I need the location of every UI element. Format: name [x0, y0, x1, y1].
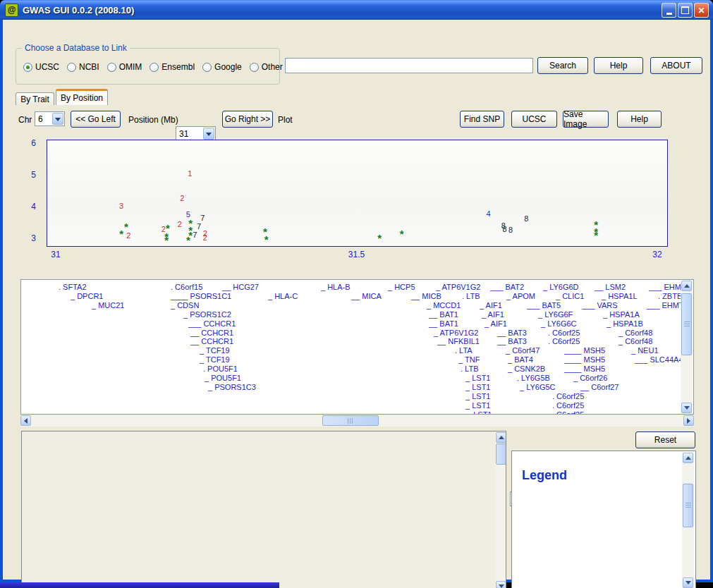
gene-label[interactable]: _ LST1 — [465, 401, 490, 410]
gene-label[interactable]: _ LST1 — [465, 392, 490, 400]
reset-button[interactable]: Reset — [635, 431, 695, 448]
gene-label[interactable]: _ NEU1 — [631, 346, 659, 355]
save-image-button[interactable]: Save Image — [563, 111, 609, 128]
gene-label[interactable]: _ APOM — [506, 292, 535, 300]
gene-label[interactable]: _ LST1 — [465, 383, 490, 391]
scroll-left-button[interactable] — [20, 415, 31, 426]
gene-label[interactable]: __ BAT3 — [497, 329, 527, 337]
gene-label[interactable]: __ CCHCR1 — [190, 337, 233, 345]
gene-label[interactable]: _ AIF1 — [485, 319, 507, 328]
gene-label[interactable]: _ DPCR1 — [71, 292, 103, 300]
gene-label[interactable]: _ AIF1 — [480, 301, 502, 310]
gene-label[interactable]: __ LSM2 — [595, 283, 626, 291]
gene-label[interactable]: _ LY6G6D — [543, 283, 579, 291]
ucsc-button[interactable]: UCSC — [511, 111, 557, 128]
gene-label[interactable]: ___ BAT2 — [490, 283, 524, 291]
search-input[interactable] — [285, 58, 533, 73]
gene-label[interactable]: __ HCG27 — [222, 283, 259, 291]
titlebar[interactable]: @ GWAS GUI 0.0.2 (2008.10) ✕ — [0, 0, 713, 20]
gene-label[interactable]: _ TCF19 — [200, 346, 230, 355]
position-select[interactable]: 31 — [176, 126, 216, 141]
maximize-button[interactable] — [678, 3, 693, 18]
gene-label[interactable]: _ LST1 — [467, 410, 492, 415]
gene-label[interactable]: _ PSORS1C2 — [183, 310, 231, 319]
scroll-down-button[interactable] — [681, 403, 692, 413]
scroll-right-button[interactable] — [683, 415, 694, 426]
gene-label[interactable]: _ TNF — [458, 355, 480, 364]
gene-label[interactable]: . LY6G5B — [517, 374, 550, 382]
gene-label[interactable]: ___ CCHCR1 — [188, 319, 236, 328]
gene-label[interactable]: _ HCP5 — [388, 283, 415, 291]
chevron-down-icon[interactable] — [52, 113, 63, 125]
gene-label[interactable]: ____ MSH5 — [564, 365, 605, 373]
scrollbar-thumb[interactable] — [496, 443, 506, 465]
chevron-down-icon[interactable] — [203, 128, 214, 140]
gene-label[interactable]: _ CSNK2B — [508, 365, 545, 373]
gene-label[interactable]: _ CLIC1 — [556, 292, 584, 300]
gene-label[interactable]: _ TCF19 — [200, 355, 230, 364]
gene-panel-horizontal-scrollbar[interactable] — [20, 415, 694, 427]
close-button[interactable]: ✕ — [694, 3, 709, 18]
help-button-toolbar[interactable]: Help — [617, 111, 662, 128]
gene-label[interactable]: _ MUC21 — [92, 301, 124, 310]
gene-label[interactable]: _ MCCD1 — [427, 301, 461, 310]
about-button[interactable]: ABOUT — [650, 57, 702, 74]
radio-ucsc[interactable]: UCSC — [23, 62, 59, 72]
legend-vertical-scrollbar[interactable] — [682, 453, 694, 588]
radio-ncbi[interactable]: NCBI — [67, 62, 99, 72]
minimize-button[interactable] — [662, 3, 676, 18]
gene-label[interactable]: . C6orf25 — [552, 401, 584, 410]
gene-label[interactable]: . SFTA2 — [59, 283, 87, 291]
gene-label[interactable]: _ HSPA1A — [603, 310, 640, 319]
scrollbar-thumb[interactable] — [683, 484, 693, 527]
gene-label[interactable]: __ BAT3 — [497, 337, 527, 345]
table-vertical-scrollbar[interactable] — [495, 432, 506, 588]
gene-label[interactable]: _ HSPA1B — [607, 319, 643, 328]
gene-label[interactable]: _ HLA-C — [268, 292, 298, 300]
gene-label[interactable]: . C6orf25 — [552, 392, 584, 400]
chr-select[interactable]: 6 — [35, 111, 65, 126]
gene-label[interactable]: _ BAT4 — [508, 355, 533, 364]
tab-by-trait[interactable]: By Trait — [16, 92, 54, 105]
gene-label[interactable]: _ LY6G5C — [520, 383, 556, 391]
scroll-down-button[interactable] — [683, 577, 693, 588]
radio-omim[interactable]: OMIM — [107, 62, 142, 72]
gene-label[interactable]: . LTB — [462, 292, 480, 300]
gene-label[interactable]: . POU5F1 — [203, 365, 238, 373]
gene-label[interactable]: _ POU5F1 — [205, 374, 241, 382]
radio-other[interactable]: Other — [250, 62, 283, 72]
gene-label[interactable]: _ C6orf48 — [618, 337, 652, 345]
gene-label[interactable]: __ CCHCR1 — [190, 329, 233, 337]
gene-label[interactable]: _ HSPA1L — [602, 292, 638, 300]
gene-label[interactable]: __ BAT1 — [429, 319, 458, 328]
scroll-up-button[interactable] — [681, 281, 692, 291]
gene-label[interactable]: _ ATP6V1G2 — [434, 329, 478, 337]
gene-label[interactable]: __ MICA — [351, 292, 382, 300]
gene-label[interactable]: . C6orf25 — [548, 337, 580, 345]
help-button-top[interactable]: Help — [594, 57, 643, 74]
gene-label[interactable]: _ LST1 — [465, 374, 490, 382]
gene-label[interactable]: _ C6orf47 — [506, 346, 540, 355]
gene-label[interactable]: __ BAT1 — [429, 310, 458, 319]
search-button[interactable]: Search — [537, 57, 588, 74]
go-right-button[interactable]: Go Right >> — [222, 111, 273, 128]
gene-label[interactable]: ____ MSH5 — [564, 355, 605, 364]
gene-label[interactable]: ___ SLC44A4 — [635, 355, 683, 364]
gene-label[interactable]: _ ATP6V1G2 — [436, 283, 480, 291]
scroll-up-button[interactable] — [683, 453, 693, 463]
gene-label[interactable]: . LTB — [461, 365, 478, 373]
gene-label[interactable]: . C6orf25 — [552, 410, 584, 415]
scroll-up-button[interactable] — [496, 432, 506, 443]
gene-label[interactable]: __ NFKBIL1 — [437, 337, 480, 345]
scroll-down-button[interactable] — [496, 581, 506, 588]
gene-label[interactable]: __ C6orf27 — [580, 383, 618, 391]
scrollbar-thumb[interactable] — [681, 293, 692, 355]
gene-label[interactable]: _ AIF1 — [482, 310, 504, 319]
go-left-button[interactable]: << Go Left — [71, 111, 121, 128]
gene-panel-vertical-scrollbar[interactable] — [681, 281, 693, 413]
gene-label[interactable]: _ CDSN — [171, 301, 199, 310]
radio-ensembl[interactable]: Ensembl — [150, 62, 195, 72]
gene-label[interactable]: ___ VARS — [582, 301, 618, 310]
gene-label[interactable]: . C6orf15 — [171, 283, 202, 291]
radio-google[interactable]: Google — [202, 62, 242, 72]
